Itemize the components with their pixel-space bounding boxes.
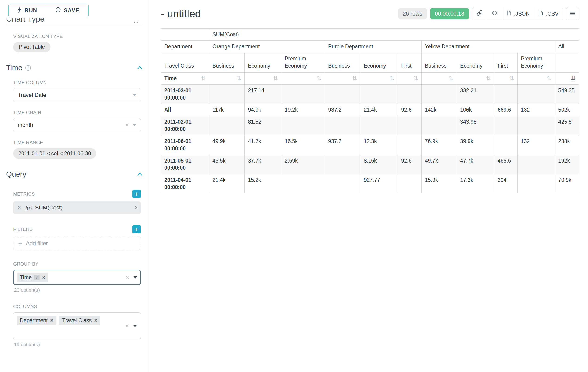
- value-cell: 15.9k: [422, 174, 457, 193]
- sort-cell[interactable]: ⇅: [398, 73, 422, 85]
- value-cell: [325, 85, 360, 104]
- sort-icon[interactable]: ⇅: [389, 75, 394, 81]
- save-button[interactable]: SAVE: [46, 4, 88, 17]
- time-column-select[interactable]: Travel Date: [13, 88, 141, 102]
- remove-chip-icon[interactable]: ×: [94, 317, 97, 324]
- add-filter-plus-button[interactable]: +: [133, 225, 141, 234]
- value-cell: 19.2k: [282, 104, 325, 116]
- collapse-time-section-icon[interactable]: [137, 66, 142, 71]
- share-link-button[interactable]: [472, 7, 487, 20]
- code-icon: [491, 10, 498, 17]
- sort-icon[interactable]: ⇅: [509, 75, 514, 81]
- value-cell: [422, 116, 457, 135]
- group-by-chip-label: Time: [20, 274, 32, 281]
- control-panel-sidebar: RUN SAVE Chart Type VISUALIZATION TYPE P…: [0, 0, 149, 372]
- add-filter-button[interactable]: + Add filter: [13, 237, 141, 250]
- chevron-down-icon: [133, 124, 136, 126]
- group-by-select[interactable]: Time i × ×: [13, 270, 141, 285]
- metric-pill[interactable]: × f(x) SUM(Cost): [13, 201, 141, 214]
- time-sort-cell[interactable]: Time⇅: [161, 73, 209, 85]
- value-cell: 45.5k: [209, 155, 245, 174]
- remove-metric-icon[interactable]: ×: [17, 204, 21, 211]
- row-label-cell: 2011-03-01 00:00:00: [161, 85, 209, 104]
- value-cell: [360, 85, 398, 104]
- value-cell: 15.2k: [245, 174, 282, 193]
- sort-icon[interactable]: ⇅: [201, 75, 206, 81]
- value-cell: [518, 155, 555, 174]
- sort-header-row: Time⇅ ⇅ ⇅ ⇅ ⇅ ⇅ ⇅ ⇅ ⇅ ⇅ ⇅ ⇊: [161, 73, 579, 85]
- value-cell: 2.69k: [282, 155, 325, 174]
- sort-icon[interactable]: ⇅: [486, 75, 491, 81]
- group-by-label: GROUP BY: [13, 261, 38, 267]
- remove-chip-icon[interactable]: ×: [50, 317, 53, 324]
- file-icon: [506, 10, 512, 17]
- time-section-header: Time i: [6, 64, 142, 72]
- pivot-table-container: SUM(Cost) Department Orange Department P…: [161, 28, 579, 193]
- value-cell: [518, 116, 555, 135]
- sort-cell[interactable]: ⇅: [325, 73, 360, 85]
- travel-class-header: Economy: [457, 53, 494, 73]
- sort-icon[interactable]: ⇅: [413, 75, 418, 81]
- run-button[interactable]: RUN: [9, 4, 46, 17]
- sort-cell-active[interactable]: ⇊: [555, 73, 579, 85]
- chevron-right-icon[interactable]: [133, 206, 137, 210]
- value-cell: 132: [518, 104, 555, 116]
- chart-header-actions: 26 rows 00:00:00.18 .JSON: [398, 7, 579, 20]
- sort-descending-icon[interactable]: ⇊: [570, 75, 576, 82]
- columns-chip[interactable]: Department ×: [17, 316, 56, 325]
- chart-type-heading-text: Chart Type: [6, 18, 142, 23]
- pivot-data-row: 2011-06-01 00:00:0049.9k41.7k16.5k937.21…: [161, 135, 579, 155]
- sort-cell[interactable]: ⇅: [422, 73, 457, 85]
- info-icon: i: [25, 65, 31, 71]
- value-cell: [209, 85, 245, 104]
- value-cell: 217.14: [245, 85, 282, 104]
- sort-icon[interactable]: ⇅: [236, 75, 241, 81]
- group-by-chip[interactable]: Time i ×: [17, 273, 48, 282]
- sort-icon[interactable]: ⇅: [547, 75, 552, 81]
- sort-cell[interactable]: ⇅: [360, 73, 398, 85]
- column-info-icon[interactable]: i: [34, 275, 40, 280]
- add-metric-button[interactable]: +: [133, 190, 141, 198]
- export-json-button[interactable]: .JSON: [502, 7, 534, 20]
- remove-chip-icon[interactable]: ×: [42, 274, 45, 281]
- sort-cell[interactable]: ⇅: [518, 73, 555, 85]
- clear-icon[interactable]: ×: [126, 274, 129, 281]
- chevron-down-icon: [133, 276, 137, 279]
- sort-cell[interactable]: ⇅: [282, 73, 325, 85]
- value-cell: 927.77: [360, 174, 398, 193]
- chart-title[interactable]: - untitled: [161, 8, 201, 20]
- export-csv-button[interactable]: .CSV: [534, 7, 563, 20]
- time-column-value: Travel Date: [18, 92, 46, 98]
- more-options-button[interactable]: [566, 7, 579, 20]
- time-range-value[interactable]: 2011-01-01 ≤ col < 2011-06-30: [13, 148, 96, 159]
- sort-cell[interactable]: ⇅: [245, 73, 282, 85]
- clear-icon[interactable]: ×: [125, 122, 129, 128]
- sort-icon[interactable]: ⇅: [273, 75, 278, 81]
- value-cell: [422, 85, 457, 104]
- chart-header: - untitled 26 rows 00:00:00.18: [161, 7, 579, 21]
- clear-icon[interactable]: ×: [125, 323, 129, 329]
- metric-header-row: SUM(Cost): [161, 29, 579, 41]
- sort-icon[interactable]: ⇅: [449, 75, 453, 81]
- value-cell: 92.6: [398, 155, 422, 174]
- plus-icon: +: [18, 240, 22, 247]
- columns-chip[interactable]: Travel Class ×: [59, 316, 100, 325]
- export-json-label: .JSON: [514, 11, 530, 17]
- time-grain-select[interactable]: month ×: [13, 118, 141, 132]
- value-cell: 21.4k: [209, 174, 245, 193]
- value-cell: 502k: [555, 104, 579, 116]
- sort-cell[interactable]: ⇅: [494, 73, 518, 85]
- sort-icon[interactable]: ⇅: [316, 75, 321, 81]
- group-by-label-row: GROUP BY: [13, 261, 141, 267]
- run-save-toolbar: RUN SAVE: [0, 0, 148, 17]
- sort-icon[interactable]: ⇅: [352, 75, 357, 81]
- sort-cell[interactable]: ⇅: [457, 73, 494, 85]
- pivot-data-row: 2011-03-01 00:00:00217.14332.21549.35: [161, 85, 579, 104]
- columns-options-hint: 19 option(s): [14, 342, 141, 347]
- export-button-group: .JSON .CSV: [472, 7, 563, 20]
- sort-cell[interactable]: ⇅: [209, 73, 245, 85]
- view-query-button[interactable]: [487, 7, 502, 20]
- collapse-query-section-icon[interactable]: [137, 173, 142, 178]
- columns-select[interactable]: Department × Travel Class × ×: [13, 312, 141, 340]
- visualization-type-value[interactable]: Pivot Table: [13, 42, 51, 52]
